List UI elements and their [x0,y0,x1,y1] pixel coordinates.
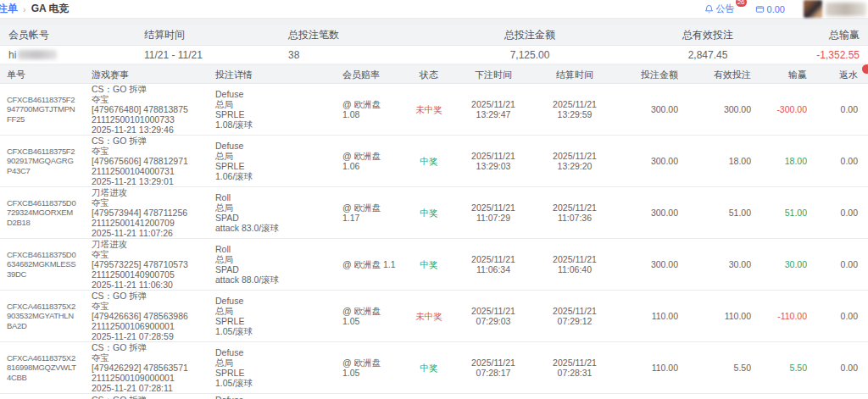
cell-bet-detail: Roll总局SPADattack 83.0/滚球 [209,192,336,233]
bet-header-7: 投注金额 [615,69,688,81]
cell-bet-detail: Defuse总局SPRLE1.05/滚球 [209,296,336,336]
summary-data-row: hi 11/21 - 11/21 38 7,125.00 2,847.45 -1… [0,46,868,64]
wallet-icon [755,4,765,14]
bet-header-2: 投注详情 [209,69,336,81]
table-row: CFXCB46118375F2947700MGTJTMPNFF25 CS：GO … [0,84,868,136]
cell-bet-time: 2025/11/21 13:29:03 [453,151,534,171]
cell-member-odds: @ 欧洲盘 1.06 [336,151,405,171]
bet-header-0: 单号 [0,69,85,81]
cell-settle-time: 2025/11/21 13:29:59 [534,99,615,119]
cell-status: 中奖 [405,156,453,166]
breadcrumb-link-orders[interactable]: 注单 [0,2,18,16]
cell-settle-time: 2025/11/21 07:28:31 [534,357,615,378]
cell-order-no: CFXCA46118375X2903532MGYATHLNBA2D [0,302,85,331]
cell-order-no: CFXCB46118375F2902917MGQAGRGP43C7 [0,147,85,176]
cell-order-no [0,394,85,395]
cell-member-odds: @ 欧洲盘 1.1 [336,259,405,269]
summary-header-4: 总有效投注 [627,28,788,42]
bet-header-9: 输赢 [761,69,817,81]
cell-bet-detail: Defuse [209,394,336,399]
cell-status: 中奖 [405,259,453,269]
summary-header-row: 会员帐号结算时间总投注笔数总投注金额总有效投注总输赢 [0,25,868,46]
topbar-right: 公告 26 0.00 [704,0,866,18]
balance-value: 0.00 [767,4,785,14]
cell-rebate: 0.00 [817,363,868,373]
cell-bet-detail: Defuse总局SPRLE1.06/滚球 [209,141,336,181]
cell-bet-time [453,394,534,395]
cell-rebate: 0.00 [817,311,868,321]
cell-bet-amount: 300.00 [615,104,688,114]
bet-header-10: 返水 [817,69,868,81]
cell-rebate: 0.00 [817,208,868,218]
bet-header-8: 有效投注 [688,69,761,81]
cell-status: 中奖 [405,208,453,218]
bet-header-3: 会员赔率 [336,69,405,81]
cell-settle-time: 2025/11/21 11:06:40 [534,254,615,274]
cell-bet-amount: 300.00 [615,208,688,218]
bet-header-6: 结算时间 [534,69,615,81]
cell-bet-detail: Roll总局SPADattack 88.0/滚球 [209,244,336,285]
cell-game-event: CS：GO 拆弹夺宝[479426292] 478563571211125001… [85,342,209,393]
summary-total-winloss: -1,352.55 [788,49,868,61]
table-row: CFXCB46118375D0634682MGKMLESS39DC 刀塔进攻夺宝… [0,239,868,291]
cell-winloss: 18.00 [761,156,817,166]
cell-winloss [761,394,817,395]
summary-settle-time: 11/21 - 11/21 [136,49,280,61]
summary-header-1: 结算时间 [136,28,280,42]
summary-header-0: 会员帐号 [0,28,136,42]
announcement-label: 公告 [716,3,735,15]
cell-winloss: 30.00 [761,259,817,269]
topbar: 注单 › GA 电竞 公告 26 0.00 [0,0,868,19]
redacted-account-text [18,50,57,59]
summary-header-5: 总输赢 [788,28,868,42]
summary-header-2: 总投注笔数 [280,28,432,42]
cell-bet-amount: 300.00 [615,156,688,166]
cell-settle-time: 2025/11/21 13:29:20 [534,151,615,171]
cell-rebate [817,394,868,395]
user-menu[interactable] [804,0,866,18]
cell-bet-time: 2025/11/21 11:06:34 [453,254,534,274]
cell-bet-amount: 110.00 [615,363,688,373]
announcement-badge: 26 [736,0,747,7]
cell-settle-time: 2025/11/21 07:29:12 [534,306,615,326]
balance-button[interactable]: 0.00 [755,4,785,14]
table-row: CS：GO 拆弹夺宝 Defuse [0,394,868,399]
summary-total-amount: 7,125.00 [432,49,627,61]
cell-member-odds: @ 欧洲盘 1.17 [336,202,405,223]
cell-bet-time: 2025/11/21 07:28:17 [453,357,534,378]
breadcrumb: 注单 › GA 电竞 [0,2,70,16]
bet-table-body: CFXCB46118375F2947700MGTJTMPNFF25 CS：GO … [0,84,868,399]
summary-table: 会员帐号结算时间总投注笔数总投注金额总有效投注总输赢 hi 11/21 - 11… [0,25,868,64]
cell-bet-time: 2025/11/21 13:29:47 [453,99,534,119]
cell-member-odds: @ 欧洲盘 1.05 [336,306,405,326]
username-redacted [826,3,866,16]
cell-valid-bet: 30.00 [688,259,761,269]
cell-order-no: CFXCB46118375D0634682MGKMLESS39DC [0,250,85,280]
bell-icon [704,4,714,14]
cell-valid-bet: 18.00 [688,156,761,166]
avatar [804,0,822,18]
cell-status: 中奖 [405,363,453,373]
cell-order-no: CFXCB46118375D0729324MGORXEMD2B18 [0,198,85,228]
breadcrumb-current: GA 电竞 [31,2,70,16]
summary-header-3: 总投注金额 [432,28,627,42]
cell-bet-amount: 110.00 [615,311,688,321]
table-row: CFXCA46118375X2903532MGYATHLNBA2D CS：GO … [0,291,868,342]
summary-member-account: hi [0,49,136,61]
cell-game-event: CS：GO 拆弹夺宝[479675606] 478812971211125001… [85,136,209,186]
cell-member-odds: @ 欧洲盘 1.08 [336,99,405,119]
cell-game-event: 刀塔进攻夺宝[479573225] 4787105732111250014090… [85,239,209,290]
bet-table: 单号游戏赛事投注详情会员赔率状态下注时间结算时间投注金额有效投注输赢返水 CFX… [0,66,868,399]
cell-order-no: CFXCA46118375X2816998MGQZVWLT4CBB [0,353,85,383]
cell-valid-bet [688,394,761,395]
table-row: CFXCB46118375D0729324MGORXEMD2B18 刀塔进攻夺宝… [0,187,868,239]
floating-notification-dot[interactable] [862,64,868,74]
cell-winloss: 51.00 [761,208,817,218]
cell-valid-bet: 300.00 [688,104,761,114]
table-row: CFXCA46118375X2816998MGQZVWLT4CBB CS：GO … [0,342,868,394]
cell-bet-amount: 300.00 [615,259,688,269]
cell-valid-bet: 110.00 [688,311,761,321]
cell-status: 未中奖 [405,311,453,321]
announcement-button[interactable]: 公告 26 [704,3,735,15]
summary-total-bets: 38 [280,49,432,61]
